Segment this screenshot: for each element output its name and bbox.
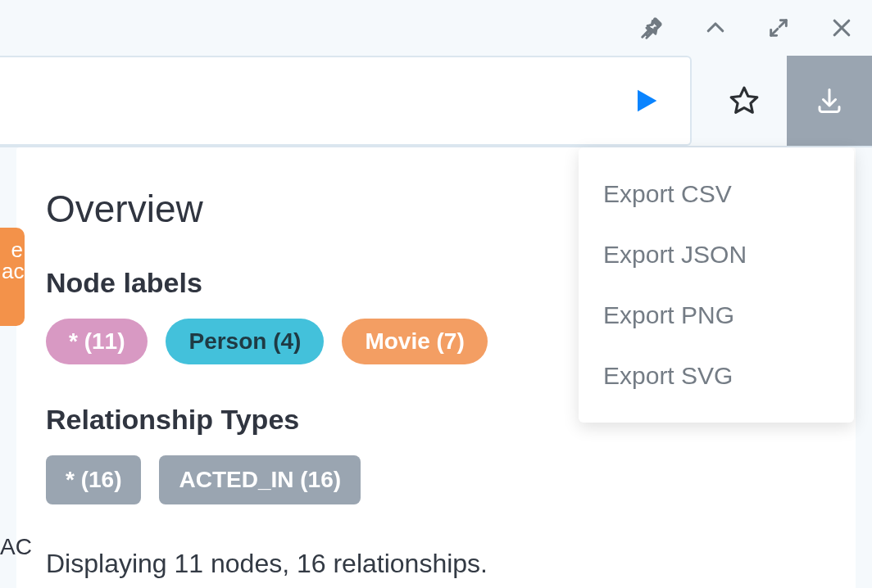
relationship-type-acted-in[interactable]: ACTED_IN (16)	[159, 455, 361, 504]
download-button[interactable]	[787, 56, 872, 146]
node-label-movie[interactable]: Movie (7)	[342, 319, 487, 364]
query-editor[interactable]	[0, 56, 692, 146]
export-png[interactable]: Export PNG	[579, 285, 854, 346]
run-button[interactable]	[629, 84, 662, 117]
chevron-up-icon[interactable]	[703, 16, 728, 40]
favorite-button[interactable]	[702, 56, 787, 146]
export-csv[interactable]: Export CSV	[579, 164, 854, 224]
display-status: Displaying 11 nodes, 16 relationships.	[46, 549, 856, 579]
export-svg[interactable]: Export SVG	[579, 346, 854, 406]
relationship-type-all[interactable]: * (16)	[46, 455, 141, 504]
relationship-types-row: * (16) ACTED_IN (16)	[46, 455, 856, 504]
partial-node-badge: e ac	[0, 228, 25, 326]
window-controls	[0, 0, 872, 56]
partial-text-fragment: AC	[0, 534, 32, 560]
export-json[interactable]: Export JSON	[579, 224, 854, 285]
node-label-person[interactable]: Person (4)	[166, 319, 324, 364]
toolbar	[0, 56, 872, 147]
expand-icon[interactable]	[767, 16, 790, 39]
pin-icon[interactable]	[639, 16, 664, 40]
close-icon[interactable]	[829, 16, 854, 40]
export-menu: Export CSV Export JSON Export PNG Export…	[579, 147, 854, 423]
node-label-all[interactable]: * (11)	[46, 319, 148, 364]
svg-marker-2	[731, 88, 757, 112]
